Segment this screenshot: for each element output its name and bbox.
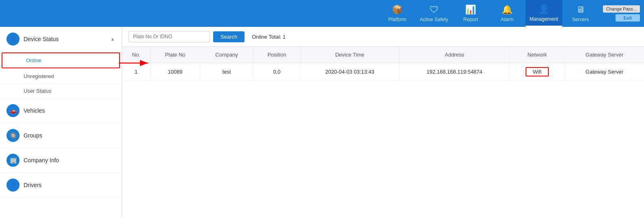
groups-icon: 🔘	[7, 129, 20, 142]
management-nav-icon: 👤	[538, 4, 549, 15]
cell-0-3: 0,0	[253, 63, 300, 81]
sidebar-section-vehicles[interactable]: 🚗Vehicles	[0, 98, 122, 123]
platform-nav-label: Platform	[388, 17, 406, 22]
device-table: No.Plate NoCompanyPositionDevice TimeAdd…	[122, 47, 644, 81]
col-header-address: Address	[399, 47, 510, 63]
main-layout: 👤Device Status▲OnlineUnregisteredUser St…	[0, 27, 644, 218]
sidebar-sub-user-status[interactable]: User Status	[0, 84, 122, 98]
table-row: 110089test0,02020-04-03 03:13:43192.168.…	[122, 63, 644, 81]
sidebar-sub-online[interactable]: Online	[2, 52, 120, 68]
nav-item-active-safety[interactable]: 🛡Active Safety	[416, 0, 452, 27]
search-bar: Search Online Total: 1	[122, 27, 644, 47]
col-header-company: Company	[200, 47, 253, 63]
vehicles-icon: 🚗	[7, 104, 20, 117]
nav-item-platform[interactable]: 📦Platform	[379, 0, 416, 27]
data-table-container: No.Plate NoCompanyPositionDevice TimeAdd…	[122, 47, 644, 218]
change-password-button[interactable]: Change Pass...	[603, 5, 640, 13]
network-wifi-badge: Wifi	[526, 67, 549, 76]
cell-0-4: 2020-04-03 03:13:43	[300, 63, 399, 81]
sidebar-section-groups[interactable]: 🔘Groups	[0, 123, 122, 148]
servers-nav-icon: 🖥	[576, 4, 585, 15]
search-input[interactable]	[129, 31, 210, 42]
report-nav-icon: 📊	[465, 4, 476, 15]
col-header-plate-no: Plate No	[151, 47, 200, 63]
col-header-network: Network	[510, 47, 565, 63]
management-nav-label: Management	[530, 16, 558, 22]
top-right-actions: Change Pass... Exit	[599, 0, 644, 27]
company-info-icon: 🏢	[7, 154, 20, 167]
device-status-icon: 👤	[7, 33, 20, 46]
col-header-device-time: Device Time	[300, 47, 399, 63]
col-header-position: Position	[253, 47, 300, 63]
active-safety-nav-label: Active Safety	[420, 17, 448, 22]
report-nav-label: Report	[463, 17, 478, 22]
platform-nav-icon: 📦	[392, 4, 403, 15]
groups-title: Groups	[24, 132, 42, 139]
online-total-label: Online Total: 1	[252, 34, 286, 40]
cell-0-7: Gateway Server	[565, 63, 644, 81]
top-navigation: 📦Platform🛡Active Safety📊Report🔔Alarm👤Man…	[0, 0, 644, 27]
company-info-title: Company Info	[24, 157, 59, 164]
cell-0-5: 192.168.168.119:54874	[399, 63, 510, 81]
device-status-chevron: ▲	[110, 36, 115, 42]
alarm-nav-icon: 🔔	[502, 4, 513, 15]
sidebar-sub-unregistered[interactable]: Unregistered	[0, 69, 122, 84]
active-safety-nav-icon: 🛡	[430, 4, 439, 15]
cell-0-2: test	[200, 63, 253, 81]
sidebar-section-device-status[interactable]: 👤Device Status▲	[0, 27, 122, 52]
alarm-nav-label: Alarm	[501, 17, 513, 22]
col-header-no.: No.	[122, 47, 151, 63]
content-area: Search Online Total: 1 No.Plate NoCompan…	[122, 27, 644, 218]
vehicles-title: Vehicles	[24, 107, 45, 114]
servers-nav-label: Servers	[572, 17, 589, 22]
nav-item-management[interactable]: 👤Management	[526, 0, 562, 27]
nav-item-report[interactable]: 📊Report	[452, 0, 489, 27]
nav-item-alarm[interactable]: 🔔Alarm	[489, 0, 526, 27]
search-button[interactable]: Search	[213, 31, 245, 42]
drivers-icon: 👤	[7, 179, 20, 192]
sidebar-section-company-info[interactable]: 🏢Company Info	[0, 148, 122, 173]
device-status-title: Device Status	[24, 36, 59, 42]
sidebar: 👤Device Status▲OnlineUnregisteredUser St…	[0, 27, 122, 218]
sidebar-section-drivers[interactable]: 👤Drivers	[0, 173, 122, 198]
drivers-title: Drivers	[24, 182, 41, 188]
cell-0-1: 10089	[151, 63, 200, 81]
exit-button[interactable]: Exit	[616, 14, 640, 22]
cell-0-6: Wifi	[510, 63, 565, 81]
cell-0-0: 1	[122, 63, 151, 81]
col-header-gateway-server: Gateway Server	[565, 47, 644, 63]
nav-item-servers[interactable]: 🖥Servers	[562, 0, 599, 27]
